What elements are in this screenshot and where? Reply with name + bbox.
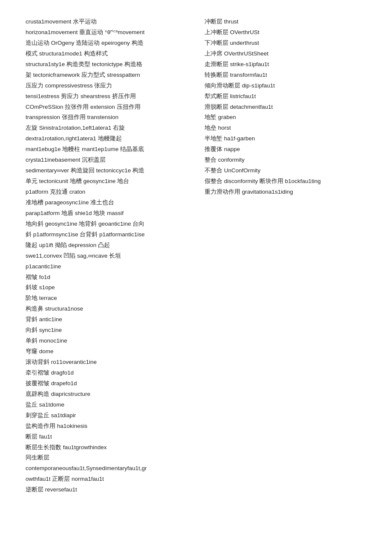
right-line-6: 倾向滑动断层 dip-s1ipfau1t	[205, 81, 366, 91]
left-line-34: 披覆褶皱 drapefo1d	[26, 379, 187, 389]
right-line-1: 上冲断层 OVerthrUSt	[205, 28, 366, 38]
left-line-31: 穹窿 dome	[26, 347, 187, 357]
left-line-12: mant1ebug1e 地幔柱 mant1ep1ume 结晶基底	[26, 145, 187, 154]
left-line-40: 断层生长指数 fau1tgrowthindex	[26, 443, 187, 453]
left-line-4: structura1sty1e 构造类型 tectonictype 构造格	[26, 60, 187, 70]
left-line-9: transpression 张扭作用 transtension	[26, 113, 187, 122]
left-line-2: 造山运动 OrOgeny 造陆运动 epeirogeny 构造	[26, 38, 187, 48]
left-line-25: 斜坡 s1ope	[26, 283, 187, 293]
right-line-4: 走滑断层 strike-s1ipfau1t	[205, 60, 366, 70]
left-line-16: p1atform 克拉通 craton	[26, 187, 187, 197]
right-line-12: 推覆体 nappe	[205, 145, 366, 154]
left-line-17: 准地槽 parageosync1ine 准土也台	[26, 198, 187, 208]
left-line-32: 滚动背斜 ro11overantic1ine	[26, 357, 187, 367]
left-line-11: dextra1rotation,right1atera1 地幔隆起	[26, 134, 187, 144]
left-line-26: 阶地 terrace	[26, 293, 187, 303]
left-column: crusta1movement 水平运动horizona1movement 垂直…	[26, 17, 187, 496]
left-line-35: 底辟构造 diapricstructure	[26, 389, 187, 399]
left-line-18: parap1atform 地盾 shie1d 地块 massif	[26, 209, 187, 218]
left-line-14: sedimentary∞ver 构造旋回 tectoniccyc1e 构造	[26, 166, 187, 176]
left-line-13: crysta11inebasement 沉积盖层	[26, 155, 187, 165]
left-line-37: 刺穿盐丘 sa1tdiapir	[26, 411, 187, 421]
left-line-21: 隆起 up1ift 拗陷 depression 凸起	[26, 241, 187, 250]
right-text-block: 冲断层 thrust上冲断层 OVerthrUSt下冲断层 underthrus…	[205, 17, 366, 197]
left-line-8: COmPreSSion 拉张作用 extension 压扭作用	[26, 102, 187, 112]
left-line-10: 左旋 Sinistra1rotation,1eft1atera1 右旋	[26, 123, 187, 133]
left-line-27: 构造鼻 structura1nose	[26, 304, 187, 314]
left-line-23: p1acantic1ine	[26, 262, 187, 272]
left-line-0: crusta1movement 水平运动	[26, 17, 187, 27]
right-line-16: 重力滑动作用 gravitationa1s1iding	[205, 187, 366, 197]
left-line-44: 逆断层 reversefau1t	[26, 485, 187, 495]
left-line-33: 牵引褶皱 dragfo1d	[26, 368, 187, 378]
right-line-7: 犁式断层 listricfau1t	[205, 92, 366, 102]
left-line-1: horizona1movement 垂直运动 ᵛθʳⁱᶜᵃmovement	[26, 28, 187, 38]
right-line-3: 上冲席 OVerthrUStSheet	[205, 49, 366, 59]
right-line-8: 滑脱断层 detachmentfau1t	[205, 102, 366, 112]
right-line-5: 转换断层 transformfau1t	[205, 70, 366, 80]
right-line-13: 整合 conformity	[205, 155, 366, 165]
left-line-6: 压应力 compressivestress 张应力	[26, 81, 187, 91]
left-line-28: 背斜 antic1ine	[26, 315, 187, 325]
right-line-11: 半地堑 ha1f-garben	[205, 134, 366, 144]
left-line-5: 架 tectonicframework 应力型式 stresspattern	[26, 70, 187, 80]
left-line-19: 地向斜 geosync1ine 地背斜 geoantic1ine 台向	[26, 219, 187, 229]
left-line-3: 模式 structura1mode1 构造样式	[26, 49, 187, 59]
left-line-36: 盐丘 sa1tdome	[26, 400, 187, 410]
right-line-15: 假整合 disconformity 断块作用 b1ockfau1ting	[205, 177, 366, 186]
left-line-38: 盐构造作用 ha1okinesis	[26, 421, 187, 431]
left-line-43: owthfau1t 正断层 norma1fau1t	[26, 474, 187, 484]
right-line-2: 下冲断层 underthrust	[205, 38, 366, 48]
left-line-42: contemporaneousfau1t,Synsedimentaryfau1t…	[26, 464, 187, 474]
right-line-0: 冲断层 thrust	[205, 17, 366, 27]
left-line-30: 单斜 monoc1ine	[26, 336, 187, 346]
left-line-15: 单元 tectonicunit 地槽 geosync1ine 地台	[26, 177, 187, 186]
left-line-24: 褶皱 fo1d	[26, 273, 187, 282]
left-line-29: 向斜 sync1ine	[26, 325, 187, 335]
left-line-20: 斜 p1atformsync1ise 台背斜 p1atformantic1ise	[26, 230, 187, 240]
right-line-14: 不整合 UnConfOrmity	[205, 166, 366, 176]
left-line-7: tensi1estress 剪应力 shearstress 挤压作用	[26, 92, 187, 102]
right-column: 冲断层 thrust上冲断层 OVerthrUSt下冲断层 underthrus…	[205, 17, 366, 496]
right-line-9: 地堑 graben	[205, 113, 366, 122]
main-content: crusta1movement 水平运动horizona1movement 垂直…	[26, 17, 366, 496]
left-text-block: crusta1movement 水平运动horizona1movement 垂直…	[26, 17, 187, 495]
left-line-22: swe11,convex 凹陷 sag,∞ncave 长垣	[26, 251, 187, 261]
left-line-41: 同生断层	[26, 453, 187, 463]
left-line-39: 断层 fau1t	[26, 432, 187, 442]
right-line-10: 地垒 horst	[205, 123, 366, 133]
